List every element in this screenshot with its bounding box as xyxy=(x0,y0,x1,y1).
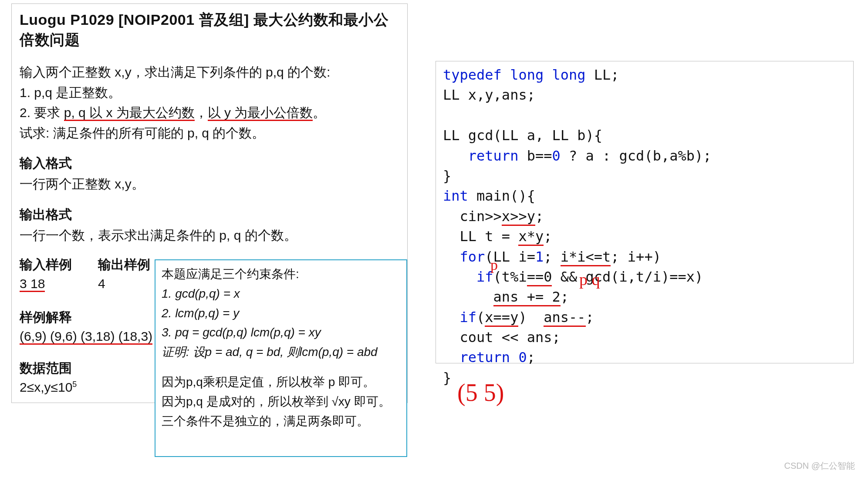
analysis-l1: 本题应满足三个约束条件: xyxy=(162,265,400,284)
analysis-l7: 因为p,q 是成对的，所以枚举到 √xy 即可。 xyxy=(162,392,400,412)
analysis-l4: 3. pq = gcd(p,q) lcm(p,q) = xy xyxy=(162,323,400,343)
ask: 试求: 满足条件的所有可能的 p, q 的个数。 xyxy=(20,123,399,144)
page-root: Luogu P1029 [NOIP2001 普及组] 最大公约数和最小公倍数问题… xyxy=(0,0,868,477)
sample-out: 输出样例 4 xyxy=(98,256,150,291)
analysis-panel: 本题应满足三个约束条件: 1. gcd(p,q) = x 2. lcm(p,q)… xyxy=(155,259,407,457)
code-panel: typedef long long LL; LL x,y,ans; LL gcd… xyxy=(436,61,854,363)
handwriting-p: p xyxy=(490,257,498,273)
handwriting-pair: (5 5) xyxy=(457,379,504,406)
input-body: 一行两个正整数 x,y。 xyxy=(20,174,399,195)
output-heading: 输出格式 xyxy=(20,206,399,224)
cond-1: 1. p,q 是正整数。 xyxy=(20,83,399,103)
cond-2: 2. 要求 p, q 以 x 为最大公约数，以 y 为最小公倍数。 xyxy=(20,103,399,123)
handwriting-pq: p q xyxy=(579,270,600,289)
watermark: CSDN @仁公智能 xyxy=(784,460,855,472)
analysis-l6: 因为p,q乘积是定值，所以枚举 p 即可。 xyxy=(162,373,400,392)
analysis-l2: 1. gcd(p,q) = x xyxy=(162,284,400,304)
explain-value: (6,9) (9,6) (3,18) (18,3) xyxy=(20,329,152,345)
input-heading: 输入格式 xyxy=(20,155,399,172)
analysis-l8: 三个条件不是独立的，满足两条即可。 xyxy=(162,412,400,431)
sample-in: 输入样例 3 18 xyxy=(20,256,72,291)
intro: 输入两个正整数 x,y，求出满足下列条件的 p,q 的个数: xyxy=(20,62,399,83)
problem-body: 输入两个正整数 x,y，求出满足下列条件的 p,q 的个数: 1. p,q 是正… xyxy=(20,62,399,143)
output-body: 一行一个数，表示求出满足条件的 p, q 的个数。 xyxy=(20,225,399,246)
analysis-l5: 证明: 设p = ad, q = bd, 则lcm(p,q) = abd xyxy=(162,343,400,362)
problem-title: Luogu P1029 [NOIP2001 普及组] 最大公约数和最小公倍数问题 xyxy=(20,10,399,50)
analysis-l3: 2. lcm(p,q) = y xyxy=(162,304,400,323)
